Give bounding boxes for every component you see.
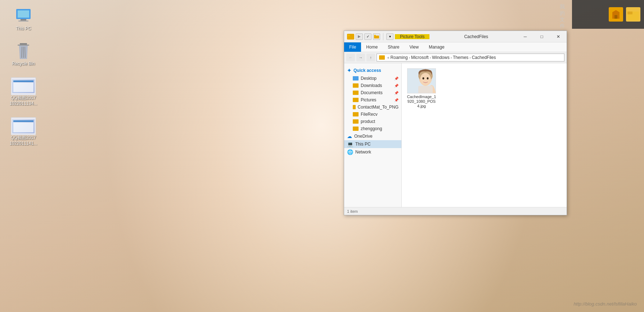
checkmark-btn[interactable]: ✓	[364, 33, 371, 40]
tab-view[interactable]: View	[404, 42, 424, 52]
title-folder-icon	[347, 34, 354, 40]
path-seg-themes: Themes	[453, 55, 468, 60]
svg-rect-13	[348, 35, 350, 36]
explorer-window: ✓ ▾ Picture Tools CachedFiles ─ □ ✕	[344, 31, 567, 215]
nav-item-zhenggong[interactable]: zhenggong	[344, 125, 401, 132]
nav-desktop-label: Desktop	[361, 76, 377, 81]
svg-point-21	[427, 77, 429, 79]
recycle-bin-icon	[15, 42, 32, 60]
desktop-icon-screenshot2[interactable]: QQ截图20171022011141...	[7, 117, 40, 146]
screenshot1-label: QQ截图20171022011134...	[10, 95, 37, 106]
screenshot1-icon	[11, 77, 36, 95]
nav-downloads-label: Downloads	[361, 83, 382, 88]
tab-share[interactable]: Share	[383, 42, 404, 52]
nav-item-desktop[interactable]: Desktop 📌	[344, 75, 401, 82]
nav-item-documents[interactable]: Documents 📌	[344, 89, 401, 96]
picture-tools-label: Picture Tools	[400, 34, 424, 39]
svg-line-11	[25, 47, 25, 58]
file-name-cached: CachedImage_1920_1080_POS4.jpg	[407, 95, 436, 109]
file-item-cached-image[interactable]: CachedImage_1920_1080_POS4.jpg	[405, 67, 438, 110]
nav-thispc-label: This PC	[355, 142, 371, 147]
contactmat-nav-icon	[353, 105, 356, 109]
nav-thispc[interactable]: 💻 This PC	[344, 140, 401, 148]
svg-rect-5	[21, 19, 26, 20]
title-bar-controls: ✓ ▾ Picture Tools CachedFiles	[344, 31, 517, 42]
path-seg-microsoft: Microsoft	[411, 55, 429, 60]
pin-icon-desktop: 📌	[394, 77, 398, 81]
desktop-icon-screenshot1[interactable]: QQ截图20171022011134...	[7, 77, 40, 106]
desktop-icon-recycle-bin[interactable]: Recycle Bin	[7, 42, 40, 67]
svg-rect-15	[374, 35, 376, 36]
svg-rect-22	[418, 86, 433, 93]
this-pc-label: This PC	[16, 26, 31, 32]
path-seg-cachedfiles: CachedFiles	[472, 55, 496, 60]
downloads-nav-icon	[353, 83, 359, 88]
explorer-main: ✦ Quick access Desktop 📌 Downloads 📌 Doc…	[344, 63, 567, 207]
down-arrow-btn[interactable]: ▾	[386, 33, 393, 40]
nav-network-label: Network	[355, 150, 371, 155]
screenshot2-label: QQ截图20171022011141...	[10, 135, 37, 146]
nav-documents-label: Documents	[361, 90, 383, 95]
nav-pictures-label: Pictures	[361, 97, 376, 102]
zhenggong-nav-icon	[353, 127, 359, 131]
documents-nav-icon	[353, 91, 359, 95]
thispc-nav-icon: 💻	[347, 141, 353, 147]
tab-manage[interactable]: Manage	[424, 42, 449, 52]
title-bar: ✓ ▾ Picture Tools CachedFiles ─ □ ✕	[344, 31, 567, 42]
desktop-icons-container: This PC Recycle Bin	[7, 7, 40, 147]
file-content: CachedImage_1920_1080_POS4.jpg	[402, 63, 567, 207]
desktop-nav-icon	[353, 76, 359, 81]
taskbar-icon-1[interactable]	[609, 7, 623, 22]
screenshot2-icon	[11, 117, 36, 135]
svg-rect-2	[627, 12, 632, 14]
nav-item-product[interactable]: product	[344, 118, 401, 125]
nav-onedrive[interactable]: ☁ OneDrive	[344, 132, 401, 140]
maximize-btn[interactable]: □	[533, 31, 550, 42]
pin-icon-pictures: 📌	[394, 98, 398, 102]
nav-item-filerecv[interactable]: FileRecv	[344, 111, 401, 118]
close-btn[interactable]: ✕	[550, 31, 567, 42]
nav-item-pictures[interactable]: Pictures 📌	[344, 96, 401, 104]
quick-access-btn[interactable]	[356, 33, 363, 40]
window-controls: ─ □ ✕	[517, 31, 567, 42]
image-preview	[407, 69, 436, 93]
back-btn[interactable]: ←	[346, 54, 355, 61]
file-thumbnail	[407, 68, 436, 93]
nav-onedrive-label: OneDrive	[354, 134, 373, 139]
network-nav-icon: 🌐	[347, 149, 353, 155]
svg-point-20	[423, 77, 424, 79]
up-btn[interactable]: ↑	[366, 54, 375, 61]
taskbar-icon-2[interactable]	[626, 7, 640, 22]
desktop: 我的文件夹 This PC	[0, 0, 644, 312]
nav-item-contactmat[interactable]: ContactMat_To_PNG	[344, 104, 401, 111]
filerecv-nav-icon	[353, 112, 359, 116]
nav-quick-access[interactable]: ✦ Quick access	[344, 66, 401, 75]
desktop-icon-this-pc[interactable]: This PC	[7, 7, 40, 32]
status-bar: 1 item	[344, 207, 567, 215]
svg-rect-8	[18, 45, 29, 46]
pictures-nav-icon	[353, 98, 359, 102]
tab-home[interactable]: Home	[361, 42, 383, 52]
svg-point-19	[420, 73, 431, 86]
window-title: CachedFiles	[431, 34, 514, 39]
svg-rect-4	[18, 10, 29, 18]
path-seg-windows: Windows	[432, 55, 450, 60]
quick-access-star-icon: ✦	[347, 68, 351, 73]
nav-network[interactable]: 🌐 Network	[344, 148, 401, 156]
nav-item-downloads[interactable]: Downloads 📌	[344, 82, 401, 89]
address-path[interactable]: « Roaming › Microsoft › Windows › Themes…	[377, 54, 564, 61]
svg-rect-6	[18, 20, 28, 22]
picture-tools-tab[interactable]: Picture Tools	[395, 34, 429, 39]
forward-btn[interactable]: →	[356, 54, 365, 61]
nav-zhenggong-label: zhenggong	[361, 126, 382, 131]
divider	[383, 33, 383, 40]
svg-rect-7	[20, 43, 27, 45]
nav-product-label: product	[361, 119, 375, 124]
path-folder-icon	[379, 55, 385, 60]
nav-filerecv-label: FileRecv	[361, 112, 378, 117]
tab-file[interactable]: File	[344, 42, 361, 52]
nav-contactmat-label: ContactMat_To_PNG	[358, 105, 398, 110]
minimize-btn[interactable]: ─	[517, 31, 533, 42]
taskbar-area: 我的文件夹	[572, 0, 644, 29]
folder-btn[interactable]	[373, 33, 380, 40]
